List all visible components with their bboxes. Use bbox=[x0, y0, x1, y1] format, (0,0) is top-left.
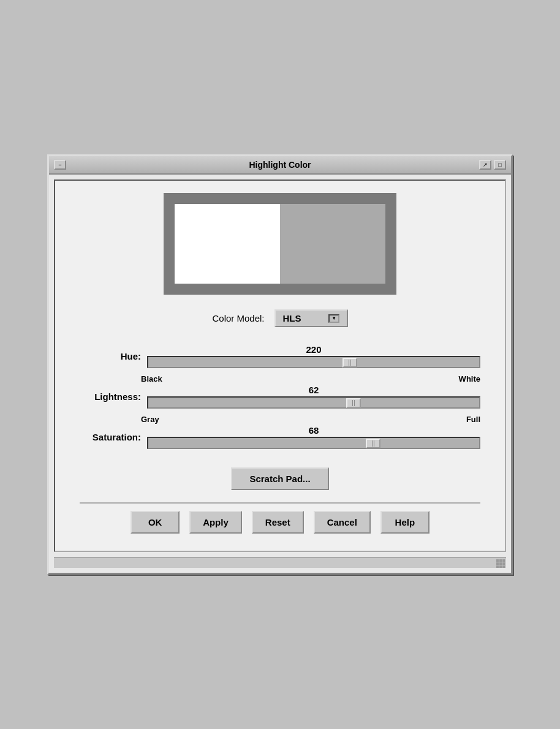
dialog-content: Color Model: HLS ▾ Hue: 220 bbox=[54, 179, 506, 552]
color-preview-section bbox=[80, 193, 480, 295]
thumb-line-1 bbox=[349, 360, 349, 366]
resize-button[interactable]: ↗ bbox=[479, 160, 491, 170]
saturation-left-label: Gray bbox=[141, 415, 159, 424]
color-model-value: HLS bbox=[283, 313, 301, 323]
color-preview-outer bbox=[164, 193, 396, 295]
saturation-endpoints: Gray Full bbox=[80, 415, 480, 424]
scratch-pad-section: Scratch Pad... bbox=[80, 467, 480, 490]
lightness-slider-track[interactable] bbox=[147, 396, 480, 409]
old-color-swatch bbox=[280, 204, 385, 284]
color-model-label: Color Model: bbox=[212, 313, 264, 323]
saturation-slider-container: 68 bbox=[147, 425, 480, 449]
color-model-row: Color Model: HLS ▾ bbox=[80, 309, 480, 327]
dialog-title: Highlight Color bbox=[249, 160, 311, 170]
lightness-slider-container: 62 bbox=[147, 385, 480, 409]
close-button[interactable]: □ bbox=[494, 160, 506, 170]
color-model-dropdown-arrow[interactable]: ▾ bbox=[328, 314, 339, 323]
reset-button[interactable]: Reset bbox=[252, 511, 304, 534]
hue-slider-thumb[interactable] bbox=[342, 358, 357, 368]
thumb-line-1 bbox=[352, 400, 353, 406]
resize-grip[interactable] bbox=[496, 559, 504, 567]
thumb-line-2 bbox=[350, 360, 351, 366]
hue-slider-track[interactable] bbox=[147, 356, 480, 368]
saturation-slider-track[interactable] bbox=[147, 437, 480, 449]
thumb-line-1 bbox=[372, 440, 373, 447]
hue-label: Hue: bbox=[80, 351, 141, 361]
thumb-line-2 bbox=[374, 440, 374, 447]
lightness-slider-row: Lightness: 62 bbox=[80, 385, 480, 409]
color-preview-inner bbox=[175, 204, 385, 284]
help-button[interactable]: Help bbox=[380, 511, 429, 534]
hue-value: 220 bbox=[147, 344, 480, 355]
lightness-label: Lightness: bbox=[80, 391, 141, 402]
thumb-line-2 bbox=[354, 400, 355, 406]
bottom-button-row: OK Apply Reset Cancel Help bbox=[80, 502, 480, 538]
lightness-left-label: Black bbox=[141, 374, 162, 383]
hue-slider-container: 220 bbox=[147, 344, 480, 368]
lightness-slider-thumb[interactable] bbox=[346, 398, 361, 408]
apply-button[interactable]: Apply bbox=[189, 511, 242, 534]
hue-slider-row: Hue: 220 bbox=[80, 344, 480, 368]
hue-slider-section: Hue: 220 bbox=[80, 344, 480, 368]
minimize-button[interactable]: − bbox=[54, 160, 66, 170]
saturation-label: Saturation: bbox=[80, 432, 141, 442]
saturation-right-label: Full bbox=[466, 415, 480, 424]
saturation-slider-row: Saturation: 68 bbox=[80, 425, 480, 449]
ok-button[interactable]: OK bbox=[131, 511, 180, 534]
saturation-slider-section: Gray Full Saturation: 68 bbox=[80, 415, 480, 449]
lightness-endpoints: Black White bbox=[80, 374, 480, 383]
lightness-slider-section: Black White Lightness: 62 bbox=[80, 374, 480, 409]
scratch-pad-button[interactable]: Scratch Pad... bbox=[231, 467, 329, 490]
status-bar bbox=[54, 557, 506, 568]
saturation-slider-thumb[interactable] bbox=[366, 439, 380, 448]
title-bar: − Highlight Color ↗ □ bbox=[49, 156, 511, 175]
saturation-value: 68 bbox=[147, 425, 480, 436]
lightness-value: 62 bbox=[147, 385, 480, 395]
highlight-color-dialog: − Highlight Color ↗ □ Color Model: HLS ▾ bbox=[47, 154, 513, 575]
cancel-button[interactable]: Cancel bbox=[314, 511, 371, 534]
lightness-right-label: White bbox=[459, 374, 480, 383]
new-color-swatch bbox=[175, 204, 280, 284]
color-model-select[interactable]: HLS ▾ bbox=[274, 309, 348, 327]
